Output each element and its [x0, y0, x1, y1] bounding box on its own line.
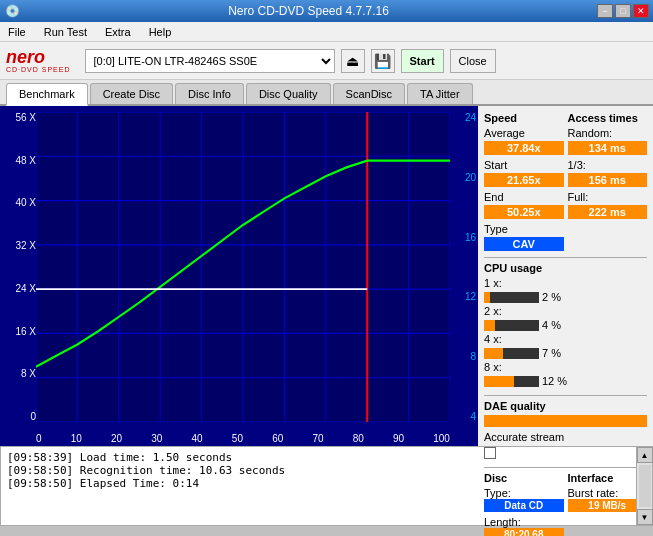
app-logo: nero CD·DVD SPEED: [6, 48, 71, 73]
tab-scandisc[interactable]: ScanDisc: [333, 83, 405, 104]
side-panel: Speed Average 37.84x Start 21.65x End 50…: [478, 106, 653, 446]
logo-nero-text: nero: [6, 48, 45, 66]
log-content: [09:58:39] Load time: 1.50 seconds [09:5…: [1, 447, 636, 525]
log-entry-0: [09:58:39] Load time: 1.50 seconds: [7, 451, 630, 464]
cpu-2x-value: 4 %: [542, 319, 561, 331]
random-value: 134 ms: [568, 141, 648, 155]
log-scrollbar[interactable]: ▲ ▼: [636, 447, 652, 525]
drive-selector[interactable]: [0:0] LITE-ON LTR-48246S SS0E: [85, 49, 335, 73]
start-value: 21.65x: [484, 173, 564, 187]
app-icon: 💿: [4, 3, 20, 19]
type-value: CAV: [484, 237, 564, 251]
cpu-1x-bar: [484, 292, 539, 303]
cpu-8x-bar: [484, 376, 539, 387]
end-label: End: [484, 191, 564, 203]
scroll-up-arrow[interactable]: ▲: [637, 447, 653, 463]
cpu-label: CPU usage: [484, 262, 647, 274]
average-label: Average: [484, 127, 564, 139]
minimize-button[interactable]: −: [597, 4, 613, 18]
toolbar: nero CD·DVD SPEED [0:0] LITE-ON LTR-4824…: [0, 42, 653, 80]
cpu-4x-bar: [484, 348, 539, 359]
cpu-8x-label: 8 x:: [484, 361, 567, 373]
tab-disc-info[interactable]: Disc Info: [175, 83, 244, 104]
average-value: 37.84x: [484, 141, 564, 155]
end-value: 50.25x: [484, 205, 564, 219]
chart-svg: [36, 112, 450, 422]
full-label: Full:: [568, 191, 648, 203]
start-label: Start: [484, 159, 564, 171]
cpu-1x-value: 2 %: [542, 291, 561, 303]
logo-sub-text: CD·DVD SPEED: [6, 66, 71, 73]
eject-button[interactable]: ⏏: [341, 49, 365, 73]
scroll-down-arrow[interactable]: ▼: [637, 509, 653, 525]
close-button[interactable]: ✕: [633, 4, 649, 18]
start-button[interactable]: Start: [401, 49, 444, 73]
y-axis-left: 56 X 48 X 40 X 32 X 24 X 16 X 8 X 0: [2, 112, 36, 422]
tab-disc-quality[interactable]: Disc Quality: [246, 83, 331, 104]
title-bar: 💿 Nero CD-DVD Speed 4.7.7.16 − □ ✕: [0, 0, 653, 22]
cpu-1x-label: 1 x:: [484, 277, 567, 289]
onethird-value: 156 ms: [568, 173, 648, 187]
tab-benchmark[interactable]: Benchmark: [6, 83, 88, 106]
chart-area: 56 X 48 X 40 X 32 X 24 X 16 X 8 X 0: [0, 106, 478, 446]
onethird-label: 1/3:: [568, 159, 648, 171]
main-content: 56 X 48 X 40 X 32 X 24 X 16 X 8 X 0: [0, 106, 653, 446]
cpu-4x-value: 7 %: [542, 347, 561, 359]
save-button[interactable]: 💾: [371, 49, 395, 73]
dae-bar: [484, 415, 647, 427]
accurate-stream-label: Accurate stream: [484, 431, 647, 443]
dae-label: DAE quality: [484, 400, 647, 412]
disc-length-value: 80:20.68: [484, 528, 564, 536]
full-value: 222 ms: [568, 205, 648, 219]
menu-extra[interactable]: Extra: [101, 24, 135, 40]
type-label: Type: [484, 223, 564, 235]
random-label: Random:: [568, 127, 648, 139]
menu-bar: File Run Test Extra Help: [0, 22, 653, 42]
y-axis-right: 24 20 16 12 8 4: [450, 112, 476, 422]
cpu-2x-label: 2 x:: [484, 305, 567, 317]
window-title: Nero CD-DVD Speed 4.7.7.16: [20, 4, 597, 18]
speed-section: Speed Average 37.84x Start 21.65x End 50…: [484, 112, 647, 251]
menu-help[interactable]: Help: [145, 24, 176, 40]
log-entry-1: [09:58:50] Recognition time: 10.63 secon…: [7, 464, 630, 477]
tab-bar: Benchmark Create Disc Disc Info Disc Qua…: [0, 80, 653, 106]
access-times-label: Access times: [568, 112, 648, 124]
tab-create-disc[interactable]: Create Disc: [90, 83, 173, 104]
menu-run-test[interactable]: Run Test: [40, 24, 91, 40]
cpu-section: CPU usage 1 x: 2 % 2 x: 4: [484, 262, 647, 389]
menu-file[interactable]: File: [4, 24, 30, 40]
cpu-2x-bar: [484, 320, 539, 331]
cpu-8x-value: 12 %: [542, 375, 567, 387]
log-entry-2: [09:58:50] Elapsed Time: 0:14: [7, 477, 630, 490]
speed-label: Speed: [484, 112, 564, 124]
scroll-thumb[interactable]: [639, 465, 651, 507]
window-controls: − □ ✕: [597, 4, 649, 18]
log-area: [09:58:39] Load time: 1.50 seconds [09:5…: [0, 446, 653, 526]
maximize-button[interactable]: □: [615, 4, 631, 18]
exit-button[interactable]: Close: [450, 49, 496, 73]
tab-ta-jitter[interactable]: TA Jitter: [407, 83, 473, 104]
x-axis: 0 10 20 30 40 50 60 70 80 90 100: [36, 433, 450, 444]
cpu-4x-label: 4 x:: [484, 333, 567, 345]
